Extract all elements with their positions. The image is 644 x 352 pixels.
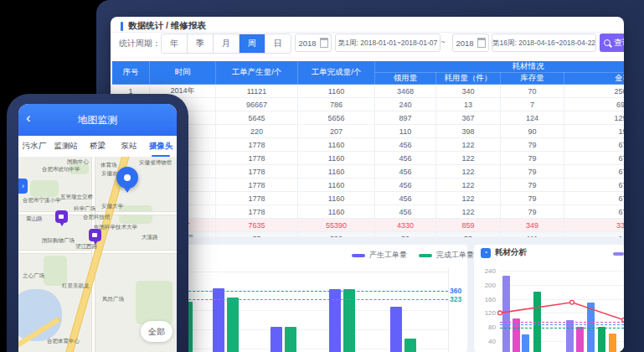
camera-marker-icon[interactable] xyxy=(55,210,68,223)
camera-marker-icon[interactable] xyxy=(89,229,101,241)
table-cell: 70 xyxy=(501,85,564,98)
map-place-label: 科学广场 xyxy=(74,205,95,213)
start-year-select[interactable]: 2018 xyxy=(295,34,332,52)
map-place-label: 大溪路 xyxy=(142,234,158,241)
map-place-label: 安徽大学 xyxy=(101,203,123,210)
table-cell: 690 xyxy=(564,98,625,111)
right-chart-legend-swatch xyxy=(613,252,624,256)
table-cell: 5645 xyxy=(216,111,298,125)
table-cell: 456 xyxy=(375,152,436,165)
map-park-area xyxy=(119,205,152,224)
phone-tab-摄像头[interactable]: 摄像头 xyxy=(145,136,177,157)
period-option-周[interactable]: 周 xyxy=(240,34,265,53)
period-segmented-control[interactable]: 年季月周日 xyxy=(161,34,291,54)
panel-expander-button[interactable]: › xyxy=(18,179,28,194)
column-header: 序号 xyxy=(112,61,150,85)
consumable-chart-panel xyxy=(474,245,624,352)
table-row: 12014年1112111603468340702506 xyxy=(112,85,625,98)
table-cell: 67 xyxy=(564,165,625,179)
table-cell: 1160 xyxy=(298,205,375,219)
right-chart-title: ◔ 耗材分析 xyxy=(481,247,527,258)
map-view[interactable]: 国购中心合肥市琥珀中学体育场安徽农业大学安徽省博物馆五里墩立交桥合肥市宁溪小学科… xyxy=(18,157,177,352)
map-park-area xyxy=(136,281,173,324)
table-row: 564556568973671241295 xyxy=(112,111,625,125)
table-cell: 207 xyxy=(298,125,375,138)
phone-tab-bar[interactable]: 污水厂监测站桥梁泵站摄像头 xyxy=(18,136,177,158)
end-year-select[interactable]: 2018 xyxy=(452,34,489,52)
map-place-label: 合肥科技馆 xyxy=(83,214,111,221)
search-button-label: 查询 xyxy=(614,37,624,49)
table-cell: 7635 xyxy=(216,219,298,232)
legend-label: 完成工单量 xyxy=(436,250,474,261)
phone-tab-监测站[interactable]: 监测站 xyxy=(50,136,82,157)
table-cell: 349 xyxy=(501,219,564,232)
group-header: 耗材情况 xyxy=(375,61,625,73)
table-cell: 334 xyxy=(564,219,625,232)
table-cell: 1778 xyxy=(216,138,298,152)
start-year-value: 2018 xyxy=(298,39,316,48)
table-cell: 96667 xyxy=(216,98,298,111)
search-button[interactable]: 查询 xyxy=(600,34,624,52)
table-cell: 1160 xyxy=(298,179,375,192)
right-chart-title-text: 耗材分析 xyxy=(495,247,527,258)
table-cell: 79 xyxy=(501,179,564,192)
table-cell: 1160 xyxy=(298,152,375,165)
period-option-季[interactable]: 季 xyxy=(188,34,214,53)
table-cell: 122 xyxy=(436,192,501,205)
table-cell: 67 xyxy=(564,192,625,205)
table-cell: 122 xyxy=(436,205,501,219)
table-cell: 79 xyxy=(501,138,564,152)
map-place-label: 黄山路 xyxy=(26,215,43,223)
table-row: 177811604561227967 xyxy=(112,152,625,165)
phone-tab-桥梁[interactable]: 桥梁 xyxy=(82,136,114,157)
all-filter-button[interactable]: 全部 xyxy=(141,321,173,342)
period-option-月[interactable]: 月 xyxy=(214,34,240,53)
map-place-label: 五里墩立交桥 xyxy=(60,194,93,201)
start-week-range-input[interactable]: 第1周: 2018-01-01~2018-01-07 xyxy=(335,34,440,52)
screenshot-canvas: { "desktop": { "breadcrumb": "数据统计 / 维修报… xyxy=(0,0,644,352)
total-row: 合计7635553904330859349334 xyxy=(112,219,625,232)
table-row: 177811604561227967 xyxy=(112,138,625,152)
phone-page-title: 地图监测 xyxy=(18,113,177,127)
table-cell: 67 xyxy=(564,179,625,192)
divider xyxy=(111,32,624,33)
table-cell: 122 xyxy=(436,165,501,179)
map-park-area xyxy=(44,256,67,286)
table-cell: 122 xyxy=(436,138,501,152)
sub-column-header: 库存量 xyxy=(501,73,564,85)
table-cell: 456 xyxy=(375,192,436,205)
table-cell: 1778 xyxy=(216,192,298,205)
table-cell: 1295 xyxy=(564,111,625,125)
period-option-日[interactable]: 日 xyxy=(265,34,291,53)
table-row: 96667786240137690 xyxy=(112,98,625,111)
table-row: 177811604561227967 xyxy=(112,205,625,219)
table-cell: 456 xyxy=(375,138,436,152)
end-week-range-input[interactable]: 第16周: 2018-04-16~2018-04-22 xyxy=(492,34,596,52)
table-cell: 1778 xyxy=(216,152,298,165)
map-place-label: 体育场 xyxy=(100,162,117,169)
table-cell: 456 xyxy=(375,165,436,179)
table-cell: 67 xyxy=(564,205,625,219)
table-cell: 859 xyxy=(436,219,501,232)
map-place-label: 合肥体育中心 xyxy=(47,338,80,345)
calendar-icon xyxy=(477,38,486,48)
phone-tab-泵站[interactable]: 泵站 xyxy=(113,136,145,157)
phone-tab-污水厂[interactable]: 污水厂 xyxy=(18,136,50,157)
phone-header: ‹ 地图监测 xyxy=(18,104,177,136)
period-label: 统计周期： xyxy=(119,38,161,49)
pie-chart-icon: ◔ xyxy=(481,248,491,258)
period-option-年[interactable]: 年 xyxy=(162,34,188,53)
table-cell: 55390 xyxy=(298,219,375,232)
map-place-label: 国购中心 xyxy=(67,158,89,166)
table-cell: 398 xyxy=(436,125,501,138)
range-separator: ~ xyxy=(440,38,446,47)
breadcrumb-accent-bar xyxy=(121,22,123,31)
table-cell: 79 xyxy=(501,192,564,205)
table-cell: 67 xyxy=(564,152,625,165)
sub-column-header: 耗用量（件） xyxy=(436,73,501,85)
table-cell: 1160 xyxy=(298,138,375,152)
table-cell: 11121 xyxy=(216,85,298,98)
selected-camera-pin-icon[interactable] xyxy=(116,167,138,189)
table-cell: 110 xyxy=(375,125,436,138)
map-place-label: 之心广场 xyxy=(23,272,44,280)
